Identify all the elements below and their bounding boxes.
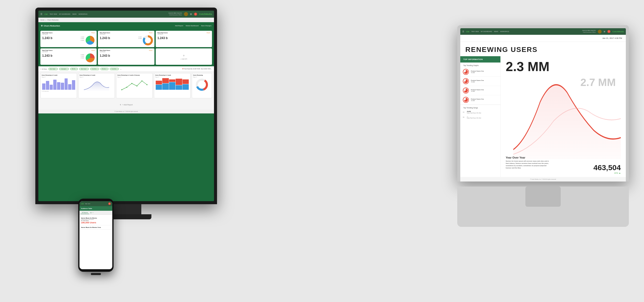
- kpi-card-4[interactable]: 75123 New Paid Users Last Month 1.243 b …: [40, 48, 97, 65]
- filter-tag-4[interactable]: Age range ×: [79, 68, 89, 70]
- laptop-avatar[interactable]: [598, 30, 602, 34]
- phone-screen: CM TRAY VIEW 4 Audience Table All Report…: [79, 201, 112, 269]
- my-dashboard-link[interactable]: MY DASHBOARD: [59, 13, 70, 15]
- news-link[interactable]: NEWS: [72, 13, 77, 15]
- phone-notification-badge[interactable]: 4: [108, 202, 111, 205]
- laptop-my-dashboard[interactable]: MY DASHBOARD: [481, 31, 492, 32]
- filter-tag-6[interactable]: Devices ×: [100, 68, 109, 70]
- time-frame-selector[interactable]: 📅 Time Frame Dec 13 2017 03:00 - Dec 16 …: [182, 68, 212, 70]
- laptop-tray-view[interactable]: TRAY VIEW: [471, 31, 479, 32]
- filter-tag-1[interactable]: Age range ×: [48, 68, 58, 70]
- product-info-2: Product Name One 72.96: [471, 80, 498, 83]
- trending-songs-title: Top Trending Songs: [460, 105, 500, 110]
- laptop-time: 4:30 PM: [614, 37, 622, 39]
- trending-song-2[interactable]: 05 ... Daily Paid Hours Per Slot: [460, 115, 500, 120]
- trending-song-1[interactable]: 04 Airlift Daily Paid Hours Per Slot: [460, 110, 500, 115]
- filter-icon: ▽: [40, 68, 41, 70]
- chart-card-3[interactable]: Users Renewing in 1 week of January Repo…: [116, 73, 153, 98]
- filter-tag-3[interactable]: Months ×: [70, 68, 78, 70]
- laptop-footer-text: © Catch Media, Inc. © 2018 All rights re…: [530, 178, 556, 180]
- bar-chart-4: [155, 78, 189, 90]
- laptop-logo: CM: [466, 31, 469, 33]
- filter-tag-2[interactable]: Languages ×: [59, 68, 69, 70]
- laptop-notification-badge[interactable]: 4: [607, 30, 610, 33]
- laptop-navbar: ☰ CM TRAY VIEW MY DASHBOARD NEWS WORKSPA…: [460, 28, 626, 35]
- svg-point-5: [121, 89, 122, 90]
- user-avatar[interactable]: [184, 12, 188, 16]
- more-filters-button[interactable]: ⌄: [120, 68, 122, 70]
- product-value-2: 72.96: [471, 81, 498, 83]
- breadcrumb-home[interactable]: Home: [40, 19, 44, 21]
- product-ring-4: [464, 98, 468, 102]
- kpi-card-3[interactable]: 75123 New Paid Users Last Month 1.243 b: [156, 31, 212, 47]
- phone-tab-all-reports[interactable]: All Reports: [80, 211, 89, 214]
- kpi-sublabel-1: Last Month: [42, 34, 95, 35]
- grid-icon[interactable]: ⊞: [190, 13, 192, 15]
- product-ring-1: [464, 70, 468, 74]
- filter-tag-5[interactable]: Countries ×: [90, 68, 99, 70]
- trending-graphs-title: Top Trending Graphs: [460, 63, 500, 67]
- charts-section: Users Renewing in 1 week Report 1: [38, 72, 214, 100]
- svg-point-9: [142, 80, 143, 81]
- product-item-4[interactable]: Product Name One 72.96: [460, 95, 500, 105]
- laptop-hamburger-icon[interactable]: ☰: [462, 31, 464, 33]
- notification-badge[interactable]: 4: [194, 13, 197, 16]
- hamburger-icon[interactable]: ☰: [40, 13, 42, 15]
- add-report-button-main[interactable]: + + Add Report: [120, 103, 133, 106]
- product-item-2[interactable]: Product Name One 72.96: [460, 77, 500, 86]
- phone-list-item-2[interactable]: Horror Music for Movies I love: [81, 225, 111, 230]
- laptop-trackpad[interactable]: [525, 187, 561, 207]
- product-item-1[interactable]: Product Name One 72.96: [460, 67, 500, 77]
- laptop-date-time: Jan 21, 2017 4:30 PM: [460, 35, 626, 42]
- time-frame-value: Dec 13 2017 03:00 - Dec 16 2017 24:00: [191, 68, 211, 70]
- settings-icon[interactable]: ⚙: [41, 25, 43, 27]
- breadcrumb-page: Churn Reduction: [47, 19, 59, 21]
- kpi-legend-2: ● Label ● Label: [138, 36, 142, 40]
- main-scene: ☰ CM TRAY VIEW MY DASHBOARD NEWS WORKSPA…: [0, 0, 644, 302]
- svg-point-7: [131, 83, 132, 84]
- donut-chart-5: [193, 78, 211, 91]
- phone-nav-item[interactable]: TRAY VIEW: [85, 203, 90, 204]
- product-info-4: Product Name One 72.96: [471, 98, 498, 101]
- phone-tab-arrow[interactable]: ›: [93, 212, 93, 214]
- laptop-grid-icon[interactable]: ⊞: [604, 31, 605, 33]
- tray-view-link[interactable]: TRAY VIEW: [49, 13, 57, 15]
- chart-subtitle-2: Report 1: [79, 76, 114, 78]
- chart-card-2[interactable]: Users Renewing in 1 week Report 1: [78, 73, 115, 98]
- top-information-button[interactable]: TOP INFORMATION: [460, 56, 500, 63]
- phone-logo: CM: [81, 203, 84, 205]
- workspace-link[interactable]: WORKSPACE: [78, 13, 87, 15]
- yoy-description: Sectors for lorem ipsum will uncover man…: [506, 160, 551, 169]
- stat-percent: 20%: [614, 172, 618, 174]
- save-changes-button[interactable]: Save Changes: [201, 25, 211, 26]
- product-ring-3: [464, 88, 468, 93]
- laptop-workspace[interactable]: WORKSPACE: [500, 31, 509, 32]
- chart-card-5[interactable]: Users Renewing Report 1: [192, 73, 212, 98]
- user-title: Chief Executive Officer: [168, 14, 182, 16]
- filter-tag-7[interactable]: Countries ×: [110, 68, 119, 70]
- kpi-card-2[interactable]: 75123 New Paid Users Last Month 1.243 b …: [98, 31, 154, 47]
- chart-axis-1: % of Customers: [42, 90, 76, 92]
- delete-dashboard-button[interactable]: Delete Dashboard: [186, 25, 199, 26]
- monitor-screen: ☰ CM TRAY VIEW MY DASHBOARD NEWS WORKSPA…: [38, 11, 214, 201]
- kpi-sublabel-2: Last Month: [100, 34, 152, 35]
- phone-home-button[interactable]: [91, 273, 101, 275]
- chart-card-4[interactable]: Users Renewing in 1 week Report 1: [154, 73, 191, 98]
- kpi-card-1[interactable]: 75123 New Paid Users Last Month 1.243 b …: [40, 31, 97, 47]
- laptop-news[interactable]: NEWS: [494, 31, 498, 32]
- phone-list-item-1[interactable]: Horror Music for Movies Getting Music De…: [81, 216, 111, 225]
- add-kpi-button[interactable]: + + Add KPI: [156, 48, 212, 65]
- add-report-button[interactable]: Add Report: [175, 25, 183, 26]
- chart-card-1[interactable]: Users Renewing in 1 week Report 1: [40, 73, 77, 98]
- kpi-number-5: 75123: [149, 50, 152, 51]
- kpi-sublabel-4: Last Month: [42, 51, 95, 52]
- desktop-footer: © Catch Media, Inc. © 2018 All rights re…: [38, 110, 214, 113]
- product-item-3[interactable]: Product Name One 72.96: [460, 86, 500, 95]
- all-filters-button[interactable]: ▽ All Filters: [40, 68, 47, 70]
- product-info-1: Product Name One 72.96: [471, 70, 498, 73]
- chart-title-4: Users Renewing in 1 week: [155, 74, 189, 76]
- kpi-card-5[interactable]: 75123 New Paid Users Last Month 1.243 b: [98, 48, 154, 65]
- desktop-brand: CotchMedia: [199, 13, 212, 15]
- kpi-chart-2: [143, 35, 153, 45]
- song-info-2: ... Daily Paid Hours Per Slot: [467, 116, 481, 119]
